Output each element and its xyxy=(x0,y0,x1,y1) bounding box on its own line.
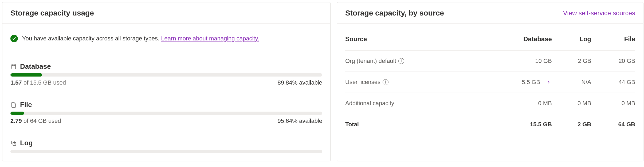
cell-source: User licensesi xyxy=(345,72,479,93)
usage-name: Log xyxy=(20,139,33,147)
view-self-service-link[interactable]: View self-service sources xyxy=(563,9,635,17)
usage-name: Database xyxy=(20,62,51,71)
cell-file: 20 GB xyxy=(593,51,635,72)
status-banner: You have available capacity across all s… xyxy=(10,24,322,53)
col-log: Log xyxy=(554,24,593,51)
info-icon[interactable]: i xyxy=(383,79,388,85)
cell-file: 64 GB xyxy=(593,114,635,135)
cell-database: 10 GB xyxy=(479,51,554,72)
table-row: Org (tenant) defaulti 10 GB 2 GB 20 GB xyxy=(345,51,635,72)
progress-fill xyxy=(10,112,24,115)
cell-database: 0 MB xyxy=(479,93,554,114)
chevron-right-icon[interactable] xyxy=(545,79,552,85)
cell-log: 2 GB xyxy=(554,51,593,72)
table-row: User licensesi 5.5 GB N/A 44 GB xyxy=(345,72,635,93)
cell-database: 5.5 GB xyxy=(479,72,554,93)
usage-available: 89.84% available xyxy=(277,79,322,86)
card-title: Storage capacity usage xyxy=(10,9,94,17)
cell-source: Org (tenant) defaulti xyxy=(345,51,479,72)
status-message: You have available capacity across all s… xyxy=(22,35,161,42)
progress-fill xyxy=(10,73,42,77)
usage-available: 95.64% available xyxy=(277,117,322,124)
file-icon xyxy=(10,102,17,108)
usage-block-file: File 2.79 of 64 GB used 95.64% available xyxy=(10,92,322,124)
cell-file: 0 MB xyxy=(593,93,635,114)
info-icon[interactable]: i xyxy=(398,58,404,64)
card-header: Storage capacity, by source View self-se… xyxy=(337,2,643,24)
col-source: Source xyxy=(345,24,479,51)
progress-bar xyxy=(10,112,322,115)
table-row: Total 15.5 GB 2 GB 64 GB xyxy=(345,114,635,135)
usage-used: 1.57 of 15.5 GB used xyxy=(10,79,66,86)
database-icon xyxy=(10,63,17,70)
cell-file: 44 GB xyxy=(593,72,635,93)
usage-block-log: Log xyxy=(10,130,322,156)
cell-log: 0 MB xyxy=(554,93,593,114)
usage-name: File xyxy=(20,101,32,109)
card-header: Storage capacity usage xyxy=(2,2,330,24)
check-circle-icon xyxy=(10,35,18,42)
usage-block-database: Database 1.57 of 15.5 GB used 89.84% ava… xyxy=(10,53,322,86)
storage-usage-card: Storage capacity usage You have availabl… xyxy=(2,2,331,161)
learn-more-link[interactable]: Learn more about managing capacity. xyxy=(161,35,259,42)
storage-by-source-card: Storage capacity, by source View self-se… xyxy=(337,2,643,161)
status-text: You have available capacity across all s… xyxy=(22,35,259,42)
col-database: Database xyxy=(479,24,554,51)
progress-bar xyxy=(10,150,322,153)
col-file: File xyxy=(593,24,635,51)
svg-point-0 xyxy=(12,64,16,66)
log-icon xyxy=(10,140,17,146)
cell-database: 15.5 GB xyxy=(479,114,554,135)
source-table: Source Database Log File Org (tenant) de… xyxy=(345,24,635,135)
cell-log: 2 GB xyxy=(554,114,593,135)
table-row: Additional capacity 0 MB 0 MB 0 MB xyxy=(345,93,635,114)
cell-log: N/A xyxy=(554,72,593,93)
card-title: Storage capacity, by source xyxy=(345,9,444,17)
progress-bar xyxy=(10,73,322,77)
cell-source: Additional capacity xyxy=(345,93,479,114)
cell-source: Total xyxy=(345,114,479,135)
usage-used: 2.79 of 64 GB used xyxy=(10,117,61,124)
